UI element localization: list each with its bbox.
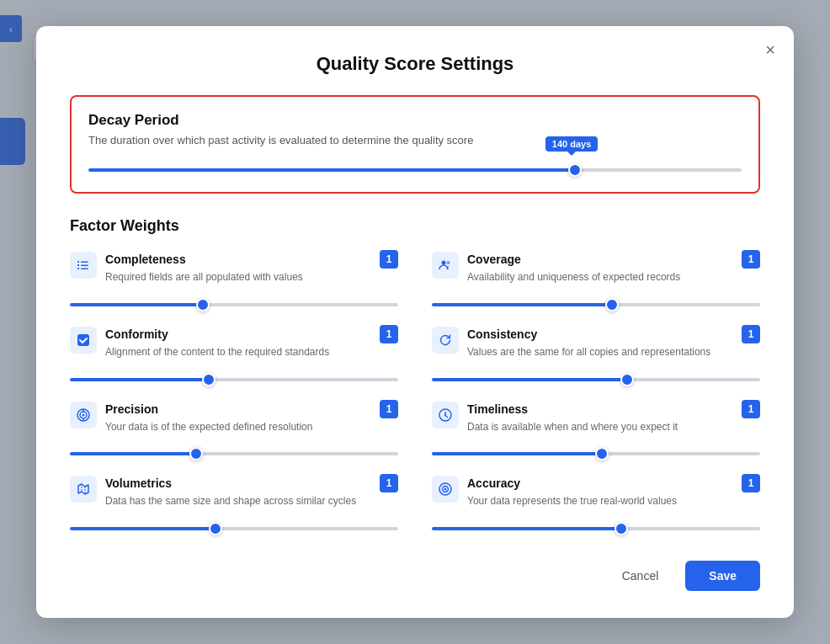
- factor-timeliness: Timeliness 1 Data is available when and …: [432, 400, 760, 460]
- close-button[interactable]: ×: [765, 41, 775, 58]
- factor-name-conformity: Conformity: [105, 327, 168, 341]
- factor-accuracy: Accuracy 1 Your data represents the true…: [432, 474, 760, 534]
- factor-slider-container-coverage: [432, 295, 760, 310]
- factor-slider-container-consistency: [432, 370, 760, 385]
- factor-volumetrics: Volumetrics 1 Data has the same size and…: [70, 474, 398, 534]
- factors-grid: Completeness 1 Required fields are all p…: [70, 250, 760, 534]
- factor-name-volumetrics: Volumetrics: [105, 476, 172, 490]
- factor-slider-completeness[interactable]: [70, 303, 398, 306]
- factor-info-consistency: Consistency 1 Values are the same for al…: [467, 325, 760, 359]
- factor-slider-container-conformity: [70, 370, 398, 385]
- factor-header-timeliness: Timeliness 1 Data is available when and …: [432, 400, 760, 434]
- svg-rect-2: [77, 268, 79, 269]
- factor-slider-container-volumetrics: [70, 519, 398, 534]
- factor-completeness: Completeness 1 Required fields are all p…: [70, 250, 398, 310]
- svg-rect-5: [81, 268, 88, 269]
- factor-slider-container-timeliness: [432, 444, 760, 459]
- factor-badge-consistency: 1: [742, 325, 760, 343]
- factor-desc-timeliness: Data is available when and where you exp…: [467, 420, 760, 434]
- decay-slider-tooltip: 140 days: [545, 136, 598, 152]
- svg-rect-0: [77, 261, 79, 263]
- factor-conformity: Conformity 1 Alignment of the content to…: [70, 325, 398, 385]
- factor-icon-coverage: [432, 252, 459, 279]
- factor-slider-volumetrics[interactable]: [70, 527, 398, 530]
- factor-icon-volumetrics: [70, 476, 97, 503]
- decay-period-section: Decay Period The duration over which pas…: [70, 95, 760, 194]
- factor-header-coverage: Coverage 1 Availability and uniqueness o…: [432, 250, 760, 285]
- factor-icon-accuracy: [432, 476, 459, 503]
- factor-icon-precision: [70, 402, 97, 428]
- factor-header-precision: Precision 1 Your data is of the expected…: [70, 400, 398, 434]
- factor-desc-consistency: Values are the same for all copies and r…: [467, 345, 760, 359]
- factor-desc-volumetrics: Data has the same size and shape across …: [105, 494, 398, 508]
- factor-name-completeness: Completeness: [105, 253, 186, 266]
- factor-desc-precision: Your data is of the expected defined res…: [105, 420, 398, 434]
- factor-info-precision: Precision 1 Your data is of the expected…: [105, 400, 398, 434]
- factor-name-timeliness: Timeliness: [467, 402, 528, 416]
- factor-header-volumetrics: Volumetrics 1 Data has the same size and…: [70, 474, 398, 508]
- factor-slider-conformity[interactable]: [70, 378, 398, 381]
- factor-name-consistency: Consistency: [467, 327, 537, 341]
- factor-precision: Precision 1 Your data is of the expected…: [70, 400, 398, 460]
- factor-name-precision: Precision: [105, 402, 158, 416]
- factor-badge-conformity: 1: [380, 325, 398, 343]
- factor-desc-completeness: Required fields are all populated with v…: [105, 270, 398, 285]
- factor-slider-coverage[interactable]: [432, 303, 760, 306]
- factor-consistency: Consistency 1 Values are the same for al…: [432, 325, 760, 385]
- svg-point-6: [442, 260, 446, 264]
- factor-desc-conformity: Alignment of the content to the required…: [105, 345, 398, 359]
- svg-rect-3: [81, 261, 88, 263]
- factor-icon-conformity: [70, 327, 97, 354]
- factor-slider-container-accuracy: [432, 519, 760, 534]
- factor-info-timeliness: Timeliness 1 Data is available when and …: [467, 400, 760, 434]
- factor-icon-consistency: [432, 327, 459, 354]
- factor-slider-timeliness[interactable]: [432, 452, 760, 455]
- modal-title: Quality Score Settings: [70, 53, 760, 75]
- factor-info-coverage: Coverage 1 Availability and uniqueness o…: [467, 250, 760, 285]
- factor-slider-container-precision: [70, 444, 398, 459]
- svg-point-20: [444, 488, 447, 491]
- factor-header-completeness: Completeness 1 Required fields are all p…: [70, 250, 398, 285]
- svg-rect-1: [77, 264, 79, 266]
- factor-info-volumetrics: Volumetrics 1 Data has the same size and…: [105, 474, 398, 508]
- factor-badge-accuracy: 1: [742, 474, 760, 492]
- factor-badge-completeness: 1: [380, 250, 398, 269]
- save-button[interactable]: Save: [685, 561, 760, 591]
- factor-desc-accuracy: Your data represents the true real-world…: [467, 494, 760, 508]
- factor-slider-precision[interactable]: [70, 452, 398, 455]
- factor-slider-consistency[interactable]: [432, 378, 760, 381]
- factor-badge-timeliness: 1: [742, 400, 760, 418]
- quality-score-modal: × Quality Score Settings Decay Period Th…: [36, 26, 794, 618]
- cancel-button[interactable]: Cancel: [605, 561, 676, 591]
- factor-info-completeness: Completeness 1 Required fields are all p…: [105, 250, 398, 285]
- factor-badge-precision: 1: [380, 400, 398, 418]
- factor-name-coverage: Coverage: [467, 253, 521, 266]
- modal-backdrop: × Quality Score Settings Decay Period Th…: [0, 0, 830, 644]
- decay-period-slider[interactable]: [88, 168, 742, 172]
- factor-header-conformity: Conformity 1 Alignment of the content to…: [70, 325, 398, 359]
- factor-header-accuracy: Accuracy 1 Your data represents the true…: [432, 474, 760, 508]
- decay-period-title: Decay Period: [88, 112, 742, 129]
- factor-slider-container-completeness: [70, 295, 398, 310]
- factor-badge-volumetrics: 1: [380, 474, 398, 492]
- factor-badge-coverage: 1: [742, 250, 760, 269]
- svg-point-7: [447, 261, 450, 264]
- svg-rect-4: [81, 264, 88, 266]
- factor-desc-coverage: Availability and uniqueness of expected …: [467, 270, 760, 285]
- decay-period-description: The duration over which past activity is…: [88, 134, 742, 146]
- factor-icon-timeliness: [432, 402, 459, 428]
- factor-info-conformity: Conformity 1 Alignment of the content to…: [105, 325, 398, 359]
- factor-coverage: Coverage 1 Availability and uniqueness o…: [432, 250, 760, 310]
- factor-weights-title: Factor Weights: [70, 217, 760, 235]
- factor-header-consistency: Consistency 1 Values are the same for al…: [432, 325, 760, 359]
- svg-point-15: [444, 414, 446, 416]
- factor-name-accuracy: Accuracy: [467, 476, 520, 490]
- svg-point-11: [82, 413, 85, 416]
- factor-info-accuracy: Accuracy 1 Your data represents the true…: [467, 474, 760, 508]
- factor-slider-accuracy[interactable]: [432, 527, 760, 530]
- modal-footer: Cancel Save: [70, 557, 760, 591]
- factor-icon-completeness: [70, 252, 97, 279]
